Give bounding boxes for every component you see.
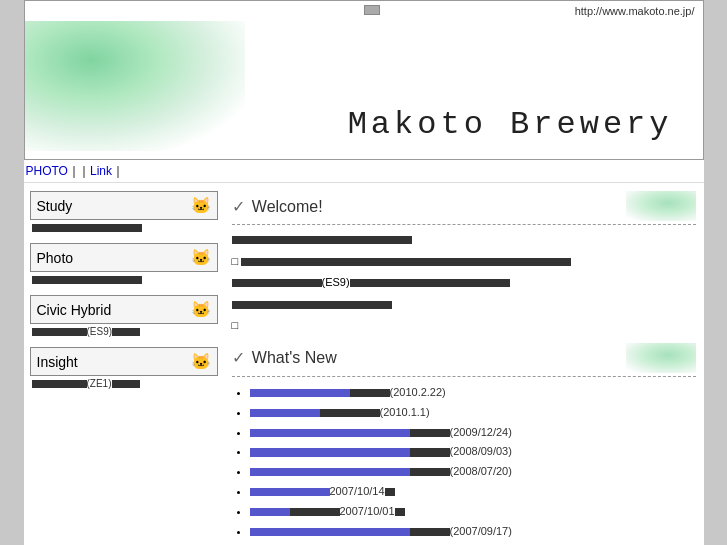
insight-desc: (ZE1) — [30, 376, 218, 391]
whatsnew-link-3[interactable] — [250, 426, 410, 438]
whatsnew-date-5: (2008/07/20) — [410, 465, 512, 477]
welcome-line1 — [232, 231, 696, 249]
study-desc-text — [32, 224, 142, 232]
civic-hybrid-button[interactable]: Civic Hybrid 🐱 — [30, 295, 218, 324]
whatsnew-link-6[interactable] — [250, 485, 330, 497]
welcome-text-3a — [232, 279, 322, 287]
civic-desc-part3 — [112, 328, 140, 336]
list-item: (2008/07/20) — [250, 462, 696, 482]
sidebar-item-study: Study 🐱 — [30, 191, 218, 235]
welcome-line5: □ — [232, 317, 696, 335]
welcome-body: □ (ES9) □ — [232, 231, 696, 335]
nav-photo-link[interactable]: PHOTO — [26, 164, 68, 178]
study-button[interactable]: Study 🐱 — [30, 191, 218, 220]
nav-bar: PHOTO Link — [24, 160, 704, 183]
site-title: Makoto Brewery — [348, 106, 673, 143]
whatsnew-link-5[interactable] — [250, 465, 410, 477]
cat-icon-study: 🐱 — [191, 196, 211, 215]
header-decoration — [25, 21, 245, 151]
whatsnew-link-8[interactable] — [250, 525, 410, 537]
whatsnew-date-1: (2010.2.22) — [350, 386, 446, 398]
main-content: ✓ Welcome! □ (ES9) □ — [224, 187, 704, 545]
header-banner: http://www.makoto.ne.jp/ Makoto Brewery — [24, 0, 704, 160]
welcome-text-4 — [232, 301, 392, 309]
url-text: http://www.makoto.ne.jp/ — [575, 5, 695, 17]
welcome-header: ✓ Welcome! — [232, 191, 696, 225]
photo-desc — [30, 272, 218, 287]
insight-desc-part1 — [32, 380, 87, 388]
nav-separator-1 — [73, 166, 75, 178]
welcome-text-3b — [350, 279, 510, 287]
welcome-title: Welcome! — [252, 198, 323, 215]
whatsnew-header: ✓ What's New — [232, 343, 696, 377]
whatsnew-link-1[interactable] — [250, 386, 350, 398]
whatsnew-date-8: (2007/09/17) — [410, 525, 512, 537]
list-item: (2007/09/17) — [250, 522, 696, 542]
list-item: (2009/12/24) — [250, 423, 696, 443]
sidebar: Study 🐱 Photo 🐱 Civi — [24, 187, 224, 545]
cat-icon-civic: 🐱 — [191, 300, 211, 319]
welcome-line2: □ — [232, 253, 696, 271]
whatsnew-date-4: (2008/09/03) — [410, 445, 512, 457]
whatsnew-date-7: 2007/10/01 — [290, 505, 405, 517]
whatsnew-list: (2010.2.22) (2010.1.1) (2009/12/24) (200… — [232, 383, 696, 541]
whatsnew-title-group: ✓ What's New — [232, 348, 337, 367]
welcome-checkmark: ✓ — [232, 198, 245, 215]
civic-hybrid-label: Civic Hybrid — [37, 302, 112, 318]
welcome-title-group: ✓ Welcome! — [232, 197, 323, 216]
scrollbar-thumb[interactable] — [364, 5, 380, 15]
civic-desc-part1 — [32, 328, 87, 336]
photo-label: Photo — [37, 250, 74, 266]
list-item: (2010.2.22) — [250, 383, 696, 403]
list-item: (2008/09/03) — [250, 442, 696, 462]
list-item: 2007/10/01 — [250, 502, 696, 522]
welcome-text-2 — [241, 258, 571, 266]
insight-button[interactable]: Insight 🐱 — [30, 347, 218, 376]
whatsnew-link-2[interactable] — [250, 406, 320, 418]
welcome-line3: (ES9) — [232, 274, 696, 292]
whatsnew-checkmark: ✓ — [232, 349, 245, 366]
whatsnew-date-2: (2010.1.1) — [320, 406, 430, 418]
civic-hybrid-desc: (ES9) — [30, 324, 218, 339]
sidebar-item-photo: Photo 🐱 — [30, 243, 218, 287]
address-bar: http://www.makoto.ne.jp/ — [575, 5, 695, 17]
whatsnew-link-4[interactable] — [250, 445, 410, 457]
photo-desc-text — [32, 276, 142, 284]
whatsnew-link-7[interactable] — [250, 505, 290, 517]
whatsnew-date-3: (2009/12/24) — [410, 426, 512, 438]
cat-icon-insight: 🐱 — [191, 352, 211, 371]
whatsnew-thumb — [626, 343, 696, 373]
list-item: 2007/10/14 — [250, 482, 696, 502]
nav-link-link[interactable]: Link — [90, 164, 112, 178]
content-area: Study 🐱 Photo 🐱 Civi — [24, 183, 704, 545]
study-desc — [30, 220, 218, 235]
sidebar-item-insight: Insight 🐱 (ZE1) — [30, 347, 218, 391]
welcome-thumb — [626, 191, 696, 221]
cat-icon-photo: 🐱 — [191, 248, 211, 267]
welcome-text-1 — [232, 236, 412, 244]
insight-label: Insight — [37, 354, 78, 370]
nav-separator-2 — [83, 166, 85, 178]
list-item: (2010.1.1) — [250, 403, 696, 423]
nav-separator-3 — [117, 166, 119, 178]
whatsnew-date-6: 2007/10/14 — [330, 485, 395, 497]
study-label: Study — [37, 198, 73, 214]
sidebar-item-civic-hybrid: Civic Hybrid 🐱 (ES9) — [30, 295, 218, 339]
photo-button[interactable]: Photo 🐱 — [30, 243, 218, 272]
whatsnew-title: What's New — [252, 349, 337, 366]
insight-desc-part3 — [112, 380, 140, 388]
welcome-line4 — [232, 296, 696, 314]
page-wrapper: http://www.makoto.ne.jp/ Makoto Brewery … — [24, 0, 704, 545]
